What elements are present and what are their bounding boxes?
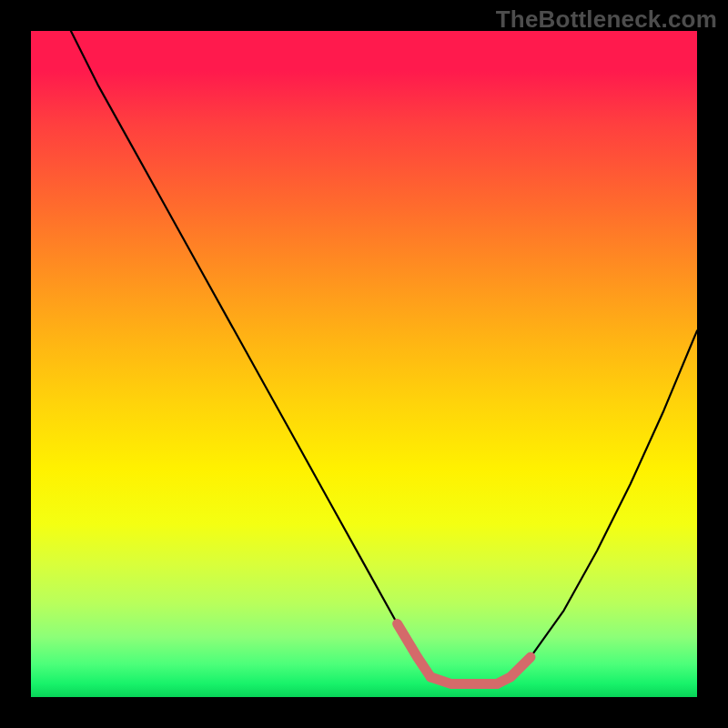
highlight-flat-min xyxy=(430,677,497,683)
highlight-right-knee xyxy=(497,657,531,683)
plot-area xyxy=(31,31,697,697)
watermark-text: TheBottleneck.com xyxy=(496,5,717,34)
highlight-segments xyxy=(398,624,531,684)
bottleneck-curve xyxy=(71,31,697,683)
chart-frame: TheBottleneck.com xyxy=(0,0,728,728)
curve-layer xyxy=(31,31,697,697)
highlight-left-knee xyxy=(398,624,431,678)
